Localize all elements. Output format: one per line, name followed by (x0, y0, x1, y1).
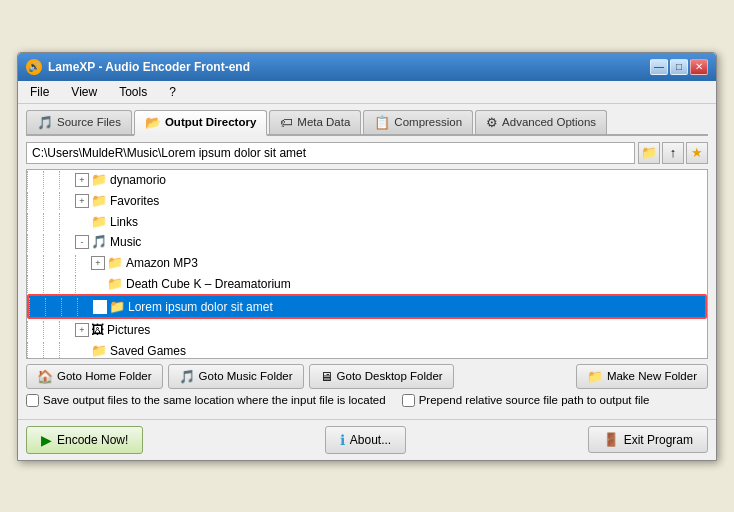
tab-bar: 🎵 Source Files 📂 Output Directory 🏷 Meta… (26, 110, 708, 136)
goto-music-button[interactable]: 🎵 Goto Music Folder (168, 364, 304, 389)
source-files-icon: 🎵 (37, 115, 53, 130)
tree-expander[interactable]: + (75, 323, 89, 337)
tree-indent-spacer (43, 254, 59, 273)
tree-expander[interactable]: + (75, 173, 89, 187)
tree-expander (91, 277, 105, 291)
menu-help[interactable]: ? (163, 83, 182, 101)
goto-desktop-label: Goto Desktop Folder (337, 370, 443, 382)
tab-meta-data[interactable]: 🏷 Meta Data (269, 110, 361, 134)
tree-row[interactable]: -🎵Music (27, 232, 707, 253)
relative-path-checkbox[interactable] (402, 394, 415, 407)
tree-expander[interactable]: - (75, 235, 89, 249)
goto-desktop-button[interactable]: 🖥 Goto Desktop Folder (309, 364, 454, 389)
tree-indent-spacer (59, 275, 75, 294)
about-button[interactable]: ℹ About... (325, 426, 406, 454)
tree-expander (75, 344, 89, 358)
bottom-bar: ▶ Encode Now! ℹ About... 🚪 Exit Program (18, 419, 716, 460)
path-buttons: 📁 ↑ ★ (638, 142, 708, 164)
tree-row[interactable]: +📁Favorites (27, 190, 707, 211)
tree-indent-spacer (43, 275, 59, 294)
path-back-button[interactable]: 📁 (638, 142, 660, 164)
folder-icon: 📁 (91, 171, 107, 189)
folder-tree[interactable]: +📁dynamorio+📁Favorites📁Links-🎵Music+📁Ama… (26, 169, 708, 359)
new-folder-icon: 📁 (587, 369, 603, 384)
maximize-button[interactable]: □ (670, 59, 688, 75)
path-input[interactable] (26, 142, 635, 164)
tree-row[interactable]: 📁Lorem ipsum dolor sit amet (27, 294, 707, 319)
tab-output-directory-label: Output Directory (165, 116, 256, 128)
tree-indent-spacer (27, 320, 43, 339)
tree-item-label: Links (110, 213, 138, 231)
tree-expander (93, 300, 107, 314)
tab-output-directory[interactable]: 📂 Output Directory (134, 110, 267, 136)
folder-icon: 📁 (107, 275, 123, 293)
close-button[interactable]: ✕ (690, 59, 708, 75)
tree-indent-spacer (29, 297, 45, 316)
tree-indent-spacer (59, 341, 75, 358)
tree-row[interactable]: +📁Amazon MP3 (27, 253, 707, 274)
tab-advanced-options[interactable]: ⚙ Advanced Options (475, 110, 607, 134)
tree-item-label: dynamorio (110, 171, 166, 189)
tab-compression-label: Compression (394, 116, 462, 128)
same-location-checkbox[interactable] (26, 394, 39, 407)
tree-indent-spacer (59, 233, 75, 252)
about-label: About... (350, 433, 391, 447)
tree-item-label: Death Cube K – Dreamatorium (126, 275, 291, 293)
tree-row[interactable]: 📁Saved Games (27, 340, 707, 358)
minimize-button[interactable]: — (650, 59, 668, 75)
exit-button[interactable]: 🚪 Exit Program (588, 426, 708, 453)
tab-meta-data-label: Meta Data (297, 116, 350, 128)
tree-indent-spacer (43, 212, 59, 231)
folder-icon: 📁 (91, 213, 107, 231)
tree-indent-spacer (75, 254, 91, 273)
tree-item-label: Music (110, 233, 141, 251)
tree-item-label: Amazon MP3 (126, 254, 198, 272)
tree-indent-spacer (43, 233, 59, 252)
tree-row[interactable]: +🖼Pictures (27, 319, 707, 340)
tree-item-label: Favorites (110, 192, 159, 210)
tree-row[interactable]: 📁Death Cube K – Dreamatorium (27, 274, 707, 295)
tab-source-files[interactable]: 🎵 Source Files (26, 110, 132, 134)
tree-item-label: Saved Games (110, 342, 186, 359)
tree-item-label: Pictures (107, 321, 150, 339)
encode-now-button[interactable]: ▶ Encode Now! (26, 426, 143, 454)
content-area: 🎵 Source Files 📂 Output Directory 🏷 Meta… (18, 104, 716, 419)
main-window: 🔊 LameXP - Audio Encoder Front-end — □ ✕… (17, 52, 717, 461)
exit-icon: 🚪 (603, 432, 619, 447)
tree-indent-spacer (59, 191, 75, 210)
output-directory-icon: 📂 (145, 115, 161, 130)
path-star-button[interactable]: ★ (686, 142, 708, 164)
tree-indent-spacer (61, 297, 77, 316)
menu-file[interactable]: File (24, 83, 55, 101)
make-new-folder-button[interactable]: 📁 Make New Folder (576, 364, 708, 389)
tree-indent-spacer (27, 275, 43, 294)
menu-view[interactable]: View (65, 83, 103, 101)
encode-now-label: Encode Now! (57, 433, 128, 447)
relative-path-label: Prepend relative source file path to out… (419, 394, 650, 406)
path-forward-button[interactable]: ↑ (662, 142, 684, 164)
menu-tools[interactable]: Tools (113, 83, 153, 101)
tree-indent-spacer (27, 233, 43, 252)
tree-indent-spacer (27, 212, 43, 231)
meta-data-icon: 🏷 (280, 115, 293, 130)
folder-icon: 📁 (109, 298, 125, 316)
tree-row[interactable]: +📁dynamorio (27, 170, 707, 191)
folder-icon: 📁 (91, 342, 107, 359)
exit-label: Exit Program (624, 433, 693, 447)
tree-expander[interactable]: + (91, 256, 105, 270)
music-icon: 🎵 (179, 369, 195, 384)
make-new-folder-label: Make New Folder (607, 370, 697, 382)
tree-item-label: Lorem ipsum dolor sit amet (128, 298, 273, 316)
app-icon: 🔊 (26, 59, 42, 75)
title-bar-left: 🔊 LameXP - Audio Encoder Front-end (26, 59, 250, 75)
tree-indent-spacer (43, 320, 59, 339)
tree-indent-spacer (43, 191, 59, 210)
tree-expander (75, 215, 89, 229)
goto-home-button[interactable]: 🏠 Goto Home Folder (26, 364, 163, 389)
tree-indent-spacer (27, 171, 43, 190)
tab-advanced-options-label: Advanced Options (502, 116, 596, 128)
tab-compression[interactable]: 📋 Compression (363, 110, 473, 134)
tree-row[interactable]: 📁Links (27, 211, 707, 232)
tree-expander[interactable]: + (75, 194, 89, 208)
tree-indent-spacer (45, 297, 61, 316)
